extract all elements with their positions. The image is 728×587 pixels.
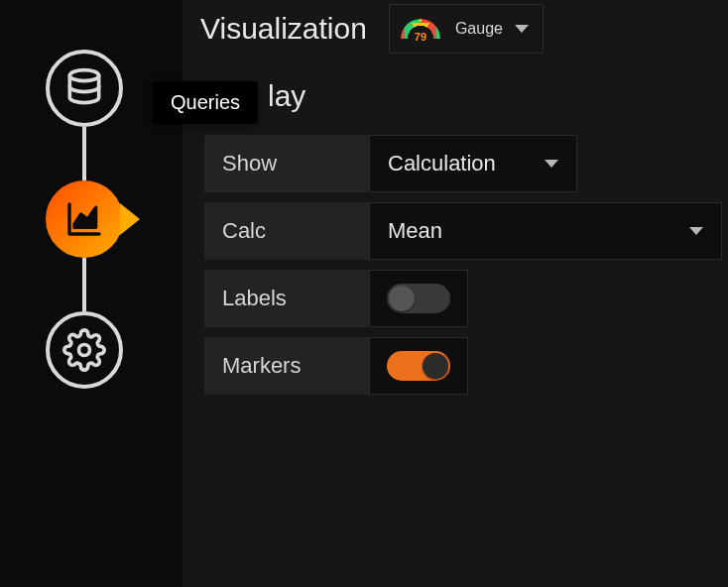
database-icon (62, 66, 106, 110)
toggle-cell-labels (369, 270, 468, 327)
toggle-markers[interactable] (387, 351, 450, 381)
visualization-picker-value: Gauge (455, 20, 503, 38)
chevron-down-icon (689, 227, 703, 235)
step-queries[interactable] (46, 50, 123, 127)
gear-icon (62, 328, 106, 372)
chevron-down-icon (545, 160, 558, 168)
row-show: Show Calculation (204, 135, 722, 192)
chart-area-icon (64, 199, 104, 239)
gauge-thumb-value: 79 (398, 31, 443, 43)
step-connector (82, 127, 86, 180)
row-markers: Markers (204, 337, 722, 395)
visualization-header: Visualization 79 Gauge (182, 0, 728, 58)
label-calc: Calc (204, 202, 369, 260)
step-visualization[interactable] (46, 180, 123, 258)
row-labels: Labels (204, 270, 722, 327)
toggle-labels[interactable] (387, 284, 450, 313)
svg-point-0 (69, 70, 98, 81)
select-show-value: Calculation (388, 151, 496, 176)
section-display-title: lay (182, 58, 728, 135)
toggle-knob-icon (423, 353, 448, 379)
editor-steps-sidebar (0, 0, 169, 587)
toggle-cell-markers (369, 337, 468, 395)
step-connector (82, 258, 86, 311)
label-show: Show (204, 135, 369, 192)
row-calc: Calc Mean (204, 202, 722, 260)
tooltip-queries: Queries (153, 81, 258, 124)
visualization-title: Visualization (200, 12, 367, 46)
chevron-down-icon (515, 25, 529, 33)
select-show[interactable]: Calculation (369, 135, 577, 192)
select-calc[interactable]: Mean (369, 202, 722, 260)
display-settings: Show Calculation Calc Mean Labels Marker… (182, 135, 728, 395)
label-markers: Markers (204, 337, 369, 395)
visualization-picker[interactable]: 79 Gauge (389, 4, 544, 54)
active-pointer-icon (120, 203, 140, 235)
svg-point-1 (79, 345, 90, 356)
editor-panel: Visualization 79 Gauge lay Show Calculat… (182, 0, 728, 587)
label-labels: Labels (204, 270, 369, 327)
gauge-thumb-icon: 79 (398, 11, 443, 47)
step-general-settings[interactable] (46, 311, 123, 389)
steps-stack (46, 50, 123, 389)
select-calc-value: Mean (388, 218, 442, 244)
toggle-knob-icon (389, 286, 415, 311)
